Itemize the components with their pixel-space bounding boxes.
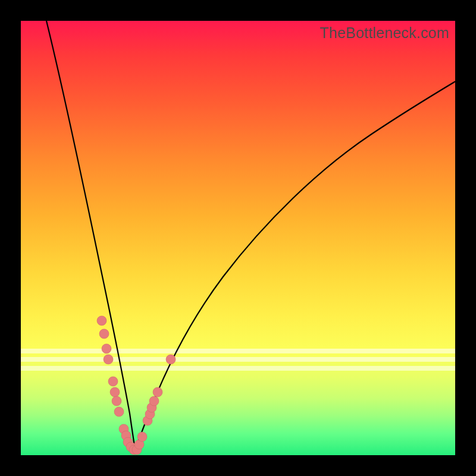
data-marker [108,377,118,386]
watermark-label: TheBottleneck.com [320,24,449,41]
data-marker [153,387,162,397]
curve-group [46,21,455,449]
left-curve [46,21,135,449]
data-marker [97,316,107,325]
chart-frame: TheBottleneck.com [0,0,476,476]
data-marker [112,396,121,406]
data-marker [102,344,111,353]
data-marker [104,355,113,364]
plot-area: TheBottleneck.com [21,21,455,455]
marker-group [97,316,176,455]
data-marker [137,432,147,441]
data-marker [166,355,176,364]
watermark-text: TheBottleneck.com [320,24,449,42]
data-marker [99,329,109,339]
data-marker [149,396,159,406]
right-curve [135,82,455,449]
data-marker [110,387,120,397]
data-marker [114,407,124,416]
chart-svg [21,21,455,455]
